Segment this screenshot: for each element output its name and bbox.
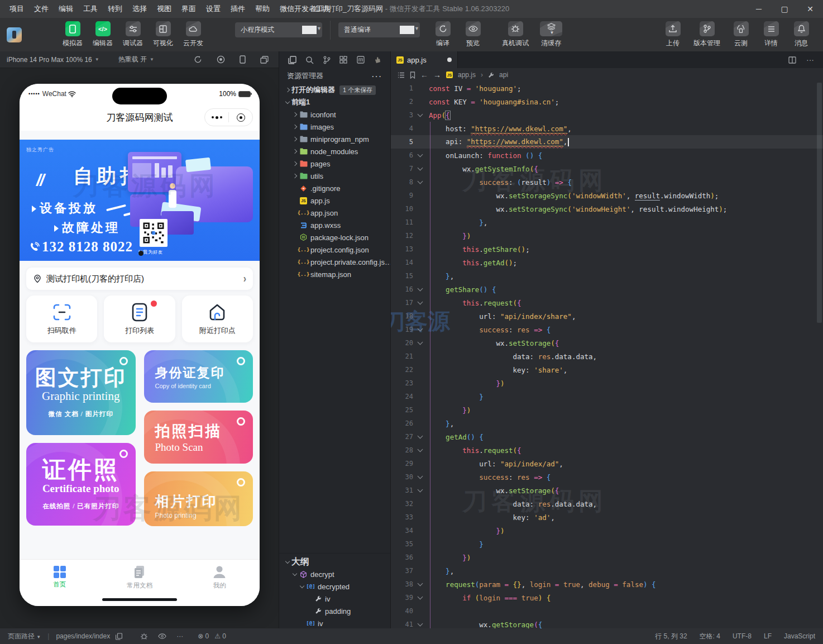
- fold-icon[interactable]: [413, 168, 427, 170]
- code-line[interactable]: 39 if (login === true) {: [391, 591, 823, 604]
- code-line[interactable]: 5 api: "https://www.dkewl.com",: [391, 135, 823, 149]
- messages-button[interactable]: 消息: [786, 21, 816, 48]
- version-control-button[interactable]: 版本管理: [688, 21, 726, 48]
- debugger-toggle-button[interactable]: 调试器: [118, 21, 148, 48]
- editor-toggle-button[interactable]: </> 编辑器: [88, 21, 118, 48]
- fold-icon[interactable]: [413, 289, 427, 290]
- code-line[interactable]: 10 wx.setStorageSync('windowHeight', res…: [391, 202, 823, 216]
- fold-icon[interactable]: [413, 584, 427, 585]
- eye-icon[interactable]: [158, 633, 166, 639]
- code-line[interactable]: 13 this.getShare();: [391, 242, 823, 256]
- preview-button[interactable]: 预览: [458, 21, 488, 48]
- menu-item[interactable]: 微信开发者工具: [275, 0, 336, 18]
- eol-setting[interactable]: LF: [764, 632, 772, 640]
- code-line[interactable]: 38 request(param = {}, login = true, deb…: [391, 578, 823, 591]
- code-line[interactable]: 35 }: [391, 537, 823, 551]
- outline-header[interactable]: 大纲: [279, 556, 390, 568]
- code-line[interactable]: 25 }): [391, 403, 823, 417]
- tree-item[interactable]: package-lock.json: [279, 231, 390, 244]
- mode-select[interactable]: 小程序模式▼: [235, 22, 322, 37]
- code-line[interactable]: 34 }): [391, 524, 823, 537]
- rotate-icon[interactable]: [194, 55, 202, 64]
- code-line[interactable]: 31 wx.setStorage({: [391, 484, 823, 497]
- menu-item[interactable]: 界面: [176, 0, 201, 18]
- upload-button[interactable]: 上传: [658, 21, 688, 48]
- remote-debug-button[interactable]: 真机调试: [497, 21, 534, 48]
- code-line[interactable]: 14 this.getAd();: [391, 256, 823, 269]
- cloud-dev-button[interactable]: 云开发: [178, 21, 208, 48]
- details-button[interactable]: 详情: [756, 21, 786, 48]
- tab-profile[interactable]: 我的: [180, 560, 260, 594]
- grab-icon[interactable]: [374, 56, 381, 64]
- code-line[interactable]: 19 success: res => {: [391, 323, 823, 336]
- extensions-icon[interactable]: [339, 56, 347, 64]
- fold-icon[interactable]: [413, 155, 427, 156]
- tree-item[interactable]: .gitignore: [279, 182, 390, 194]
- tree-item[interactable]: utils: [279, 170, 390, 182]
- files-icon[interactable]: [288, 56, 296, 64]
- maximize-button[interactable]: ▢: [772, 0, 797, 18]
- search-icon[interactable]: [305, 56, 314, 64]
- tree-item[interactable]: app.wxss: [279, 219, 390, 231]
- compile-mode-select[interactable]: 普通编译▼: [338, 22, 420, 37]
- code-line[interactable]: 29 url: "api/index/ad",: [391, 457, 823, 470]
- nav-back-icon[interactable]: ←: [420, 70, 428, 79]
- user-avatar[interactable]: [7, 27, 22, 42]
- hot-reload-select[interactable]: 热重载 开▼: [118, 55, 160, 64]
- problems-indicator[interactable]: ⊗ 0 ⚠ 0: [198, 632, 226, 640]
- code-line[interactable]: 23 }): [391, 376, 823, 390]
- code-line[interactable]: 28 this.request({: [391, 443, 823, 457]
- tree-item[interactable]: pages: [279, 158, 390, 170]
- service-tile[interactable]: 图文打印 Graphic printing微信 文档 / 图片打印: [26, 350, 136, 435]
- encoding-setting[interactable]: UTF-8: [733, 632, 752, 640]
- npm-panel-icon[interactable]: [357, 56, 365, 64]
- more-actions-icon[interactable]: ···: [806, 55, 814, 64]
- code-line[interactable]: 33 key: 'ad',: [391, 511, 823, 524]
- device-frame-icon[interactable]: [240, 55, 246, 64]
- scan-pickup-card[interactable]: 扫码取件: [26, 295, 97, 342]
- multi-window-icon[interactable]: [260, 56, 269, 64]
- tree-item[interactable]: 前端1: [279, 96, 390, 108]
- close-circle-icon[interactable]: [229, 113, 252, 122]
- stop-icon[interactable]: [217, 55, 225, 64]
- tree-item[interactable]: decrypt: [279, 568, 390, 580]
- tree-item[interactable]: iconfont: [279, 108, 390, 121]
- source-control-icon[interactable]: [323, 56, 331, 64]
- menu-item[interactable]: 插件: [226, 0, 250, 18]
- breadcrumb-symbol[interactable]: api: [499, 71, 508, 79]
- menu-item[interactable]: 文件: [29, 0, 54, 18]
- tree-item[interactable]: JSapp.js: [279, 194, 390, 207]
- menu-item[interactable]: 编辑: [54, 0, 78, 18]
- menu-item[interactable]: 视图: [152, 0, 176, 18]
- tree-item[interactable]: {..}app.json: [279, 207, 390, 219]
- code-line[interactable]: 24 }: [391, 390, 823, 403]
- cursor-position[interactable]: 行 5, 列 32: [655, 632, 687, 641]
- menu-item[interactable]: 帮助: [250, 0, 275, 18]
- bookmark-icon[interactable]: [410, 71, 415, 79]
- more-icon[interactable]: ···: [176, 632, 183, 640]
- code-line[interactable]: 26 },: [391, 417, 823, 430]
- language-mode[interactable]: JavaScript: [784, 632, 815, 640]
- code-line[interactable]: 2const KEY = 'houguang#sina.cn';: [391, 95, 823, 108]
- code-line[interactable]: 7 wx.getSystemInfo({: [391, 162, 823, 175]
- code-line[interactable]: 41 wx.getStorage({: [391, 618, 823, 628]
- tree-item[interactable]: miniprogram_npm: [279, 133, 390, 145]
- wechat-capsule[interactable]: [204, 108, 253, 126]
- visualizer-toggle-button[interactable]: 可视化: [148, 21, 178, 48]
- outline-list-icon[interactable]: [398, 72, 405, 78]
- code-line[interactable]: 37 },: [391, 564, 823, 578]
- page-path-label[interactable]: 页面路径 ▼: [8, 632, 41, 641]
- service-tile[interactable]: 身份证复印 Copy of identity card: [144, 350, 253, 403]
- tree-item[interactable]: [@]iv: [279, 617, 390, 628]
- clear-cache-button[interactable]: ▼ 清缓存: [534, 21, 568, 48]
- nearby-points-card[interactable]: 附近打印点: [182, 295, 253, 342]
- fold-icon[interactable]: [413, 302, 427, 304]
- fold-icon[interactable]: [413, 624, 427, 626]
- tree-item[interactable]: padding: [279, 605, 390, 617]
- code-line[interactable]: 12 }): [391, 229, 823, 242]
- fold-icon[interactable]: [413, 597, 427, 599]
- menu-item[interactable]: 设置: [201, 0, 226, 18]
- code-line[interactable]: 1const IV = 'houguang';: [391, 82, 823, 95]
- code-line[interactable]: 11 },: [391, 216, 823, 229]
- tree-item[interactable]: {..}project.private.config.js…: [279, 256, 390, 268]
